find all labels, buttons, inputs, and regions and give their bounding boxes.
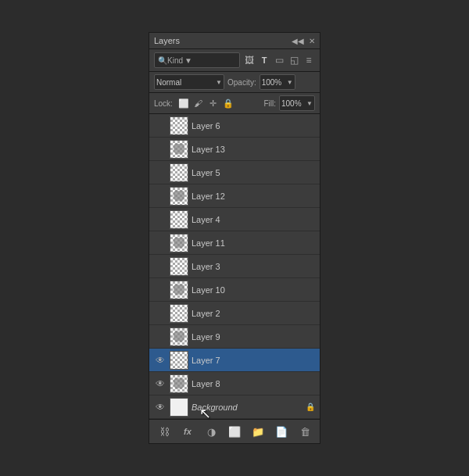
opacity-row: Opacity: 100% ▼ — [227, 74, 295, 90]
fill-value: 100% — [281, 99, 302, 108]
layers-list: Layer 6Layer 13Layer 5Layer 12Layer 4Lay… — [149, 114, 320, 419]
title-controls: ◀◀ ✕ — [292, 37, 315, 45]
layer-row[interactable]: Layer 12 — [149, 184, 320, 208]
search-magnify-icon: 🔍 — [158, 56, 167, 65]
layer-row[interactable]: Layer 11 — [149, 231, 320, 255]
filter-text-icon[interactable]: T — [258, 54, 270, 66]
layer-name: Layer 12 — [192, 191, 315, 201]
panel-title: Layers — [154, 36, 180, 45]
layer-visibility-toggle[interactable]: 👁 — [154, 354, 166, 367]
lock-icons: ⬜ 🖌 ✛ 🔒 — [177, 97, 234, 109]
layer-name: Layer 9 — [192, 332, 315, 342]
opacity-label: Opacity: — [227, 78, 256, 87]
layers-panel: Layers ◀◀ ✕ 🔍 Kind ▼ 🖼 T ▭ ◱ ≡ Normal ▼ … — [149, 32, 320, 444]
delete-layer-button[interactable]: 🗑 — [296, 423, 313, 440]
collapse-button[interactable]: ◀◀ — [292, 37, 304, 45]
search-kind-label: Kind — [167, 56, 183, 65]
close-button[interactable]: ✕ — [309, 37, 315, 45]
layer-visibility-toggle[interactable] — [154, 331, 166, 343]
layer-thumbnail — [170, 351, 188, 370]
layer-visibility-toggle[interactable] — [154, 237, 166, 249]
lock-position-icon[interactable]: ✛ — [207, 97, 220, 109]
layer-name: Layer 4 — [192, 215, 315, 224]
layer-name: Layer 3 — [192, 262, 315, 271]
layer-row[interactable]: Layer 5 — [149, 161, 320, 184]
filter-shape-icon[interactable]: ▭ — [273, 54, 285, 66]
layer-visibility-toggle[interactable] — [154, 166, 166, 179]
layer-name: Layer 5 — [192, 168, 315, 177]
opacity-input[interactable]: 100% ▼ — [260, 74, 295, 90]
layer-row[interactable]: Layer 3 — [149, 255, 320, 278]
layer-visibility-toggle[interactable]: 👁 — [154, 378, 166, 390]
layer-name: Layer 7 — [192, 356, 315, 365]
filter-effect-icon[interactable]: ◱ — [288, 54, 300, 66]
layer-name: Layer 6 — [192, 121, 315, 131]
layer-visibility-toggle[interactable] — [154, 143, 166, 156]
layer-thumbnail — [170, 234, 188, 252]
layer-thumbnail — [170, 398, 188, 417]
layer-visibility-toggle[interactable] — [154, 120, 166, 132]
layer-name: Layer 11 — [192, 238, 315, 248]
layer-name: Background — [192, 403, 303, 412]
layer-thumbnail — [170, 116, 188, 135]
fill-row: Fill: 100% ▼ — [263, 95, 315, 111]
layer-visibility-toggle[interactable] — [154, 307, 166, 320]
fill-label: Fill: — [263, 99, 276, 108]
layer-thumbnail — [170, 327, 188, 346]
layer-row[interactable]: Layer 6 — [149, 114, 320, 138]
layer-name: Layer 2 — [192, 309, 315, 318]
search-bar: 🔍 Kind ▼ 🖼 T ▭ ◱ ≡ — [149, 49, 320, 72]
layer-row[interactable]: 👁Background🔒 — [149, 395, 320, 419]
search-box[interactable]: 🔍 Kind ▼ — [154, 52, 240, 68]
link-layers-button[interactable]: ⛓ — [156, 423, 173, 440]
lock-fill-row: Lock: ⬜ 🖌 ✛ 🔒 Fill: 100% ▼ — [149, 93, 320, 114]
layer-row[interactable]: 👁Layer 7 — [149, 349, 320, 372]
layer-visibility-toggle[interactable] — [154, 190, 166, 202]
layer-lock-icon: 🔒 — [306, 403, 315, 411]
opacity-value: 100% — [262, 78, 282, 87]
blend-opacity-row: Normal ▼ Opacity: 100% ▼ — [149, 72, 320, 93]
layer-row[interactable]: Layer 10 — [149, 278, 320, 302]
fill-arrow: ▼ — [306, 100, 313, 107]
filter-icons: 🖼 T ▭ ◱ ≡ — [243, 54, 315, 66]
filter-image-icon[interactable]: 🖼 — [243, 54, 256, 66]
blend-mode-arrow: ▼ — [216, 79, 222, 86]
layer-thumbnail — [170, 374, 188, 393]
layer-row[interactable]: Layer 9 — [149, 325, 320, 349]
new-fill-layer-button[interactable]: ◑ — [202, 423, 220, 440]
layer-name: Layer 10 — [192, 285, 315, 295]
search-kind-arrow: ▼ — [184, 56, 192, 65]
layer-row[interactable]: Layer 4 — [149, 208, 320, 231]
lock-image-icon[interactable]: 🖌 — [192, 97, 205, 109]
layer-thumbnail — [170, 140, 188, 159]
fill-input[interactable]: 100% ▼ — [279, 95, 315, 111]
panel-footer: ⛓ fx ◑ ⬜ 📁 📄 🗑 — [149, 419, 320, 443]
panel-titlebar: Layers ◀◀ ✕ — [149, 33, 320, 49]
layer-style-button[interactable]: fx — [179, 423, 196, 440]
layer-visibility-toggle[interactable] — [154, 260, 166, 273]
layer-row[interactable]: Layer 2 — [149, 302, 320, 325]
blend-mode-value: Normal — [156, 78, 181, 87]
layer-name: Layer 8 — [192, 379, 315, 388]
lock-label: Lock: — [154, 99, 173, 108]
layer-thumbnail — [170, 210, 188, 229]
layer-visibility-toggle[interactable]: 👁 — [154, 401, 166, 413]
layer-thumbnail — [170, 257, 188, 276]
layer-name: Layer 13 — [192, 145, 315, 154]
lock-pixels-icon[interactable]: ⬜ — [177, 97, 190, 109]
layer-thumbnail — [170, 187, 188, 206]
blend-mode-select[interactable]: Normal ▼ — [154, 74, 224, 90]
add-mask-button[interactable]: ⬜ — [226, 423, 243, 440]
layer-thumbnail — [170, 281, 188, 299]
lock-all-icon[interactable]: 🔒 — [222, 97, 234, 109]
opacity-arrow: ▼ — [287, 79, 293, 86]
layer-thumbnail — [170, 163, 188, 182]
layer-visibility-toggle[interactable] — [154, 213, 166, 226]
new-layer-button[interactable]: 📄 — [273, 423, 290, 440]
layer-visibility-toggle[interactable] — [154, 284, 166, 296]
layer-row[interactable]: 👁Layer 8 — [149, 372, 320, 395]
layer-row[interactable]: Layer 13 — [149, 138, 320, 161]
new-group-button[interactable]: 📁 — [249, 423, 267, 440]
filter-options-icon[interactable]: ≡ — [303, 54, 315, 66]
layer-thumbnail — [170, 304, 188, 323]
